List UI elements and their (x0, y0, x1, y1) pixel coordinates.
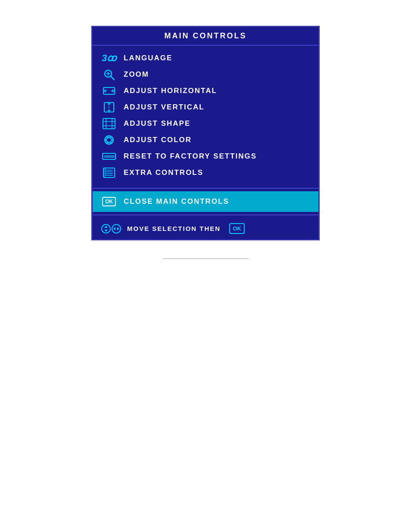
nav-icons (101, 224, 121, 233)
menu-item-extra-controls[interactable]: EXTRA CONTROLS (93, 165, 318, 181)
menu-item-adjust-color[interactable]: ADJUST COLOR (93, 132, 318, 148)
svg-marker-34 (117, 227, 119, 230)
menu-item-adjust-shape[interactable]: ADJUST SHAPE (93, 115, 318, 132)
extra-icon (101, 167, 117, 179)
vertical-label: ADJUST VERTICAL (124, 103, 205, 112)
color-label: ADJUST COLOR (124, 136, 192, 144)
menu-title: MAIN CONTROLS (93, 27, 318, 46)
footer-text: MOVE SELECTION THEN (127, 225, 221, 232)
menu-item-adjust-vertical[interactable]: i ADJUST VERTICAL (93, 99, 318, 115)
footer-ok-icon: OK (229, 223, 245, 234)
close-main-controls[interactable]: OK CLOSE MAIN CONTROLS (93, 191, 318, 212)
menu-item-language[interactable]: 3ꝏ LANGUAGE (93, 50, 318, 66)
color-icon (101, 134, 117, 146)
svg-marker-31 (104, 230, 108, 232)
horizontal-icon (101, 85, 117, 97)
vertical-icon: i (101, 101, 117, 113)
horizontal-label: ADJUST HORIZONTAL (124, 87, 217, 95)
monitor-menu: MAIN CONTROLS 3ꝏ LANGUAGE ZOOM (91, 26, 320, 240)
language-label: LANGUAGE (124, 54, 172, 62)
zoom-icon (101, 68, 117, 81)
page-divider (162, 258, 249, 259)
menu-title-text: MAIN CONTROLS (165, 31, 247, 40)
zoom-label: ZOOM (124, 70, 149, 79)
reset-icon: ꝏꝏꝏ (101, 150, 117, 162)
shape-label: ADJUST SHAPE (124, 119, 190, 128)
svg-rect-15 (103, 118, 115, 129)
close-ok-icon: OK (101, 196, 117, 208)
footer: MOVE SELECTION THEN OK (93, 218, 318, 239)
svg-marker-30 (104, 226, 108, 228)
extra-label: EXTRA CONTROLS (124, 168, 203, 177)
menu-item-adjust-horizontal[interactable]: ADJUST HORIZONTAL (93, 83, 318, 99)
menu-divider (93, 188, 318, 189)
svg-marker-33 (113, 227, 115, 230)
close-label: CLOSE MAIN CONTROLS (124, 197, 229, 206)
svg-rect-28 (103, 168, 106, 177)
shape-icon (101, 118, 117, 130)
menu-item-reset-factory[interactable]: ꝏꝏꝏ RESET TO FACTORY SETTINGS (93, 148, 318, 165)
reset-label: RESET TO FACTORY SETTINGS (124, 152, 257, 161)
menu-items: 3ꝏ LANGUAGE ZOOM (93, 46, 318, 185)
svg-text:i: i (109, 105, 110, 109)
footer-divider (93, 215, 318, 215)
svg-line-1 (111, 76, 114, 80)
menu-item-zoom[interactable]: ZOOM (93, 66, 318, 83)
language-icon: 3ꝏ (101, 52, 117, 64)
